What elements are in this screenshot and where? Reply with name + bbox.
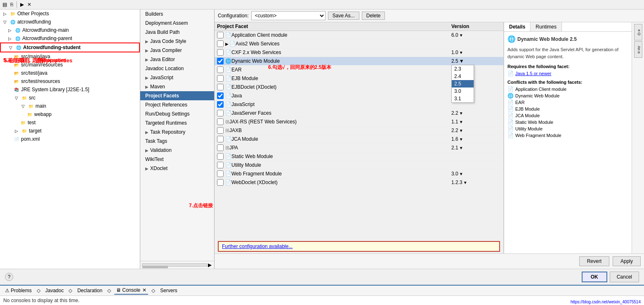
- facet-checkbox-7[interactable]: [217, 92, 224, 99]
- version-option-3.1[interactable]: 3.1: [452, 95, 474, 102]
- facet-row-16: 📄 Web Fragment Module 3.0 ▼: [215, 170, 503, 178]
- tree-item-src-test-java[interactable]: 📂 src/test/java: [0, 69, 140, 77]
- facet-checkbox-12[interactable]: [217, 136, 224, 142]
- version-arrow[interactable]: ▼: [459, 172, 463, 176]
- facet-checkbox-17[interactable]: [217, 179, 224, 186]
- version-arrow[interactable]: ▼: [459, 120, 463, 124]
- status-url[interactable]: https://blog.csdn.net/weixin_40075514: [571, 300, 641, 304]
- status-tab-console[interactable]: 🖥 Console ✕: [114, 286, 148, 295]
- settings-item-9[interactable]: Project Facets: [140, 91, 214, 100]
- settings-item-5[interactable]: ▶Java Editor: [140, 55, 214, 64]
- settings-item-14[interactable]: Task Tags: [140, 137, 214, 146]
- settings-item-12[interactable]: Targeted Runtimes: [140, 118, 214, 128]
- tree-item-src-main-java[interactable]: 📂 src/main/java: [0, 52, 140, 61]
- settings-item-8[interactable]: ▶Maven: [140, 82, 214, 91]
- tree-item-target[interactable]: ▷ 📁 target: [0, 127, 140, 135]
- settings-item-10[interactable]: Project References: [140, 100, 214, 109]
- config-select[interactable]: <custom>: [251, 11, 326, 20]
- facet-checkbox-10[interactable]: [217, 118, 224, 125]
- tab-runtimes[interactable]: Runtimes: [531, 22, 562, 31]
- facet-checkbox-14[interactable]: [217, 153, 224, 160]
- tree-item-main-folder[interactable]: ▽ 📁 main: [0, 102, 140, 110]
- scroll-track[interactable]: [142, 263, 207, 267]
- version-select[interactable]: 2.5 ▼: [451, 58, 464, 64]
- facet-checkbox-0[interactable]: [217, 32, 224, 38]
- settings-item-13[interactable]: ▶Task Repository: [140, 128, 214, 137]
- status-tab-problems[interactable]: ⚠ Problems: [3, 287, 33, 294]
- version-option-2.3[interactable]: 2.3: [452, 65, 474, 73]
- toolbar-icon-2[interactable]: ⎘: [9, 1, 14, 8]
- tree-item-atcrowdfunding[interactable]: ▽ 🌐 atcrowdfunding: [0, 18, 140, 26]
- version-arrow[interactable]: ▼: [459, 111, 463, 116]
- settings-item-11[interactable]: Run/Debug Settings: [140, 109, 214, 118]
- scroll-right-arrow[interactable]: ▶: [207, 262, 212, 268]
- settings-item-3[interactable]: ▶Java Code Style: [140, 37, 214, 46]
- facet-checkbox-4[interactable]: [217, 66, 224, 73]
- facet-checkbox-15[interactable]: [217, 162, 224, 168]
- settings-item-17[interactable]: ▶XDoclet: [140, 164, 214, 173]
- facet-checkbox-8[interactable]: [217, 101, 224, 108]
- version-dropdown-arrow[interactable]: ▼: [459, 58, 464, 64]
- tree-item-src-main-resources[interactable]: 📂 src/main/resources: [0, 61, 140, 69]
- facet-checkbox-5[interactable]: [217, 75, 224, 82]
- facet-checkbox-16[interactable]: [217, 170, 224, 177]
- version-option-3.0[interactable]: 3.0: [452, 87, 474, 95]
- settings-item-0[interactable]: Builders: [140, 9, 214, 19]
- tree-item-parent[interactable]: ▷ 🌐 Atcrowdfunding-parent: [0, 34, 140, 43]
- settings-item-1[interactable]: Deployment Assem: [140, 19, 214, 28]
- settings-item-16[interactable]: WikiText: [140, 155, 214, 164]
- cancel-button[interactable]: Cancel: [610, 272, 639, 282]
- requires-link-0[interactable]: Java 1.5 or newer: [515, 71, 551, 76]
- version-arrow[interactable]: ▼: [459, 137, 463, 142]
- save-as-button[interactable]: Save As...: [328, 12, 359, 20]
- settings-scroll[interactable]: ▶: [140, 261, 214, 269]
- settings-item-6[interactable]: Javadoc Location: [140, 64, 214, 73]
- tab-details[interactable]: Details: [504, 22, 531, 31]
- version-arrow[interactable]: ▼: [459, 50, 463, 55]
- facet-checkbox-1[interactable]: [217, 40, 224, 47]
- tree-item-student[interactable]: ▽ 🌐 Atcrowdfunding-student: [0, 43, 140, 52]
- console-close-icon[interactable]: ✕: [142, 287, 146, 293]
- version-option-2.4[interactable]: 2.4: [452, 73, 474, 80]
- facet-checkbox-9[interactable]: [217, 110, 224, 116]
- ok-button[interactable]: OK: [582, 272, 607, 282]
- far-right-btn-2[interactable]: An o: [634, 41, 642, 58]
- further-config-link[interactable]: Further configuration available...: [222, 244, 293, 249]
- apply-button[interactable]: Apply: [613, 256, 641, 266]
- toolbar-icon-3[interactable]: ▶: [19, 1, 25, 8]
- facet-checkbox-6[interactable]: [217, 84, 224, 90]
- tree-item-webapp[interactable]: 📁 webapp: [0, 110, 140, 118]
- expand-icon[interactable]: ▶: [225, 42, 229, 46]
- facet-checkbox-11[interactable]: [217, 127, 224, 134]
- far-right-btn-1[interactable]: ≡ O: [634, 24, 642, 40]
- settings-item-4[interactable]: ▶Java Compiler: [140, 46, 214, 55]
- status-tab-declaration[interactable]: Declaration: [75, 287, 104, 294]
- scroll-thumb[interactable]: [142, 266, 168, 268]
- version-arrow[interactable]: ▼: [459, 33, 463, 38]
- version-option-2.5[interactable]: 2.5: [452, 80, 474, 87]
- facet-checkbox-13[interactable]: [217, 144, 224, 151]
- settings-item-7[interactable]: ▶JavaScript: [140, 73, 214, 82]
- status-tab-javadoc[interactable]: Javadoc: [44, 287, 66, 294]
- tree-item-other-projects[interactable]: ▷ 📁 Other Projects: [0, 9, 140, 18]
- version-cell: 3.0 ▼: [451, 171, 463, 177]
- toolbar-icon-1[interactable]: ▤: [2, 1, 8, 8]
- settings-item-15[interactable]: ▶Validation: [140, 146, 214, 155]
- tree-item-src[interactable]: ▽ 📁 src: [0, 94, 140, 102]
- help-icon[interactable]: ?: [5, 273, 13, 281]
- facet-checkbox-2[interactable]: [217, 49, 224, 56]
- revert-button[interactable]: Revert: [579, 256, 609, 266]
- facet-checkbox-3[interactable]: [217, 58, 224, 64]
- version-arrow[interactable]: ▼: [463, 180, 467, 185]
- version-arrow[interactable]: ▼: [459, 146, 463, 150]
- delete-button[interactable]: Delete: [362, 12, 385, 20]
- tree-item-pom[interactable]: 📄 pom.xml: [0, 135, 140, 143]
- status-tab-servers[interactable]: Servers: [158, 287, 179, 294]
- tree-item-test[interactable]: 📁 test: [0, 118, 140, 127]
- toolbar-icon-4[interactable]: ✕: [26, 1, 32, 8]
- tree-item-main[interactable]: ▷ 🌐 Atcrowdfunding-main: [0, 26, 140, 34]
- tree-item-src-test-resources[interactable]: 📂 src/test/resources: [0, 77, 140, 85]
- settings-item-2[interactable]: Java Build Path: [140, 28, 214, 37]
- tree-item-jre[interactable]: 📚 JRE System Library [J2SE-1.5]: [0, 85, 140, 94]
- version-arrow[interactable]: ▼: [459, 128, 463, 133]
